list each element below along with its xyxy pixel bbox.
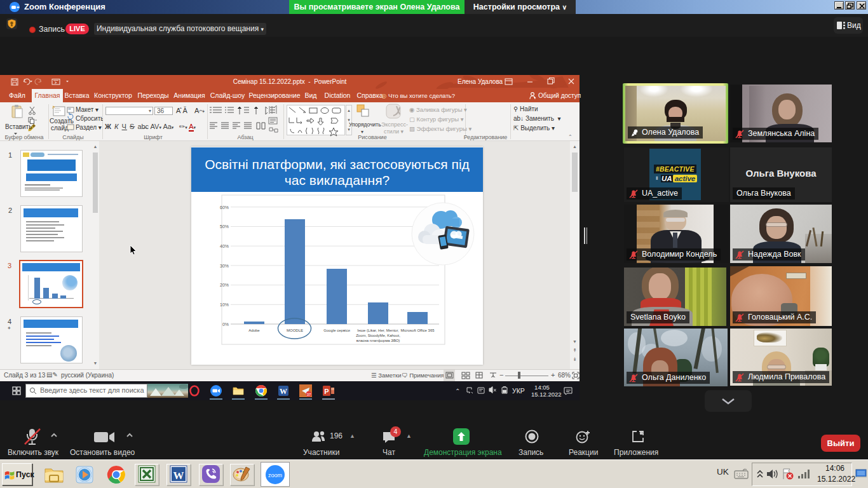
svg-text:Microsoft Office 365: Microsoft Office 365: [400, 329, 435, 332]
svg-text:Раздел ▾: Раздел ▾: [76, 124, 102, 131]
svg-text:власна платформа ЗВО): власна платформа ЗВО): [356, 339, 400, 342]
svg-text:W: W: [280, 387, 287, 396]
svg-text:50%: 50%: [220, 224, 229, 229]
svg-text:Google сервіси: Google сервіси: [323, 329, 350, 332]
svg-text:Вставить: Вставить: [5, 123, 32, 130]
svg-text:Інше (Likar, Her, Mentor,: Інше (Likar, Her, Mentor,: [357, 329, 399, 332]
svg-text:40%: 40%: [220, 244, 229, 248]
svg-text:Макет ▾: Макет ▾: [76, 106, 98, 113]
svg-text:zoom: zoom: [268, 472, 282, 478]
svg-text:37: 37: [307, 393, 311, 396]
svg-text:Создать: Создать: [50, 118, 74, 125]
svg-text:Adobe: Adobe: [248, 329, 260, 332]
svg-text:10%: 10%: [220, 302, 229, 307]
svg-text:W: W: [173, 470, 184, 482]
svg-text:P: P: [324, 388, 329, 395]
svg-text:30%: 30%: [220, 264, 229, 268]
svg-text:20%: 20%: [220, 283, 229, 287]
svg-text:Zoom, StoodyMe, Kahoot,: Zoom, StoodyMe, Kahoot,: [356, 334, 400, 337]
svg-text:60%: 60%: [220, 205, 229, 210]
svg-text:0%: 0%: [222, 322, 229, 327]
svg-text:Сбросить: Сбросить: [76, 115, 103, 122]
svg-text:MOODLE: MOODLE: [287, 329, 303, 332]
